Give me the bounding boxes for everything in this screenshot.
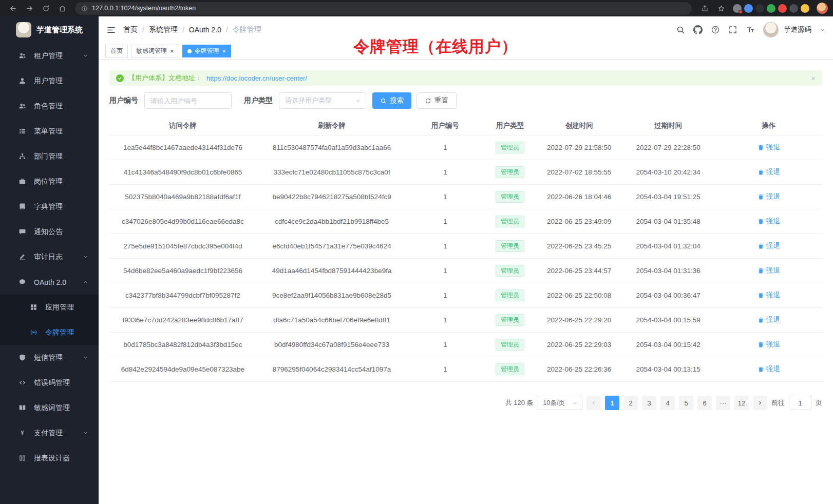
refresh-token-cell: 333ecfc71e02480cb11055c875c3ca0f (256, 168, 407, 176)
sidebar-item-sensitive-word[interactable]: 敏感词管理 (0, 395, 99, 420)
check-circle-icon (116, 74, 124, 82)
browser-profile-avatar[interactable] (817, 3, 828, 14)
sidebar-item-label: 错误码管理 (34, 378, 70, 387)
search-icon[interactable] (676, 25, 685, 34)
table-header-row: 访问令牌刷新令牌用户编号用户类型创建时间过期时间操作 (109, 117, 822, 135)
user-id-input[interactable] (144, 92, 232, 109)
sidebar-item-dict[interactable]: 字典管理 (0, 194, 99, 219)
alert-close-icon[interactable]: × (811, 74, 816, 83)
access-token-cell: c342377bf8b344799dcbf7bf095287f2 (109, 292, 256, 299)
sidebar-item-oauth2[interactable]: OAuth 2.0 (0, 269, 99, 295)
pagination-page-3[interactable]: 3 (642, 396, 656, 410)
extension-blue-icon[interactable] (744, 4, 753, 13)
alert-doc-link[interactable]: https://doc.iocoder.cn/user-center/ (206, 74, 307, 82)
force-logout-button[interactable]: 强退 (758, 192, 780, 201)
sidebar-item-audit-log[interactable]: 审计日志 (0, 244, 99, 269)
table-row: 1ea5e44f8bc1467aaede43144f31de76811c5304… (109, 135, 822, 160)
bookmark-button[interactable] (713, 2, 729, 15)
share-button[interactable] (697, 2, 712, 15)
force-logout-button[interactable]: 强退 (758, 364, 780, 374)
github-icon[interactable] (693, 25, 703, 34)
table-row: c347026e805e4d99b0d116eae66eda8ccdfc4ce9… (109, 209, 822, 234)
sidebar-item-notice[interactable]: 通知公告 (0, 219, 99, 244)
extension-yellow-icon[interactable] (801, 4, 809, 13)
browser-back-button[interactable] (5, 2, 21, 15)
tab-close-icon[interactable]: × (222, 48, 226, 54)
prev-page-button[interactable] (586, 396, 601, 410)
trash-icon (758, 144, 764, 151)
browser-reload-button[interactable] (38, 2, 53, 15)
browser-forward-button[interactable] (22, 2, 37, 15)
force-logout-button[interactable]: 强退 (758, 266, 780, 275)
sidebar-item-token-manage[interactable]: 令牌管理 (0, 320, 99, 345)
breadcrumb-item[interactable]: 首页 (123, 25, 138, 34)
force-logout-button[interactable]: 强退 (758, 241, 780, 250)
extension-darkgray-icon[interactable] (789, 4, 798, 13)
app-logo-row[interactable]: 芋道管理系统 (0, 16, 99, 43)
force-logout-button[interactable]: 强退 (758, 315, 780, 324)
fullscreen-icon[interactable] (728, 25, 737, 34)
info-icon[interactable] (81, 5, 88, 12)
force-logout-button[interactable]: 强退 (758, 217, 780, 226)
extension-dark-icon[interactable] (755, 4, 764, 13)
sidebar-item-app-manage[interactable]: 应用管理 (0, 295, 99, 320)
user-id-cell: 1 (407, 218, 483, 225)
pagination: 共 120 条 10条/页 123456···12 前往 页 (109, 396, 822, 422)
user-avatar[interactable] (763, 22, 779, 37)
tab-首页[interactable]: 首页 (105, 45, 128, 57)
column-header: 访问令牌 (109, 121, 256, 130)
action-cell: 强退 (715, 167, 822, 177)
sidebar-item-tenant[interactable]: 租户管理 (0, 43, 99, 68)
sidebar-item-role[interactable]: 角色管理 (0, 93, 99, 119)
sidebar-item-pay[interactable]: ¥支付管理 (0, 420, 99, 445)
sidebar-item-user[interactable]: 用户管理 (0, 68, 99, 93)
extension-green-icon[interactable] (767, 4, 775, 13)
sidebar-item-label: 部门管理 (34, 152, 63, 161)
pagination-page-12[interactable]: 12 (734, 396, 749, 410)
pagination-page-4[interactable]: 4 (660, 396, 675, 410)
browser-url-bar[interactable]: 127.0.0.1:1024/system/oauth2/token (75, 2, 692, 15)
tab-敏感词管理[interactable]: 敏感词管理× (131, 45, 179, 57)
sidebar-item-menu[interactable]: 菜单管理 (0, 119, 99, 144)
browser-home-button[interactable] (54, 2, 70, 15)
username[interactable]: 芋道源码 (784, 25, 811, 34)
search-button[interactable]: 搜索 (372, 92, 411, 109)
force-logout-button[interactable]: 强退 (758, 340, 780, 349)
force-logout-button[interactable]: 强退 (758, 290, 780, 300)
pagination-page-2[interactable]: 2 (623, 396, 638, 410)
help-icon[interactable] (711, 25, 720, 34)
goto-page-input[interactable] (789, 396, 811, 410)
hamburger-icon[interactable] (106, 25, 116, 35)
pagination-page-5[interactable]: 5 (679, 396, 693, 410)
sidebar-item-post[interactable]: 岗位管理 (0, 169, 99, 194)
font-size-icon[interactable] (746, 25, 755, 34)
user-id-label: 用户编号 (109, 96, 138, 105)
force-logout-button[interactable]: 强退 (758, 167, 780, 177)
sidebar-item-error-code[interactable]: 错误码管理 (0, 370, 99, 395)
edit-icon (18, 253, 26, 261)
extension-red-icon[interactable] (778, 4, 787, 13)
column-header: 创建时间 (537, 121, 621, 130)
pagination-more[interactable]: ··· (716, 396, 730, 410)
force-logout-button[interactable]: 强退 (758, 143, 780, 152)
table-body: 1ea5e44f8bc1467aaede43144f31de76811c5304… (109, 135, 822, 382)
page-size-select[interactable]: 10条/页 (538, 396, 582, 410)
user-type-select[interactable]: 请选择用户类型 (279, 92, 366, 109)
pagination-page-1[interactable]: 1 (605, 396, 619, 410)
breadcrumb-item[interactable]: 系统管理 (149, 25, 178, 34)
reset-button[interactable]: 重置 (416, 92, 457, 109)
pagination-page-6[interactable]: 6 (697, 396, 712, 410)
sidebar-item-report[interactable]: 报表设计器 (0, 445, 99, 471)
access-token-cell: c347026e805e4d99b0d116eae66eda8c (109, 218, 256, 225)
next-page-button[interactable] (753, 396, 767, 410)
column-header: 用户编号 (407, 121, 483, 130)
extension-gray-icon[interactable] (733, 4, 742, 13)
sidebar-item-dept[interactable]: 部门管理 (0, 144, 99, 169)
expire-time-cell: 2054-03-04 00:15:42 (621, 341, 715, 348)
tab-close-icon[interactable]: × (170, 48, 174, 54)
trash-icon (758, 169, 764, 176)
tab-令牌管理[interactable]: 令牌管理× (182, 45, 232, 57)
breadcrumb-item[interactable]: OAuth 2.0 (189, 26, 221, 34)
user-type-cell: 管理员 (483, 191, 537, 203)
sidebar-item-sms[interactable]: 短信管理 (0, 345, 99, 370)
